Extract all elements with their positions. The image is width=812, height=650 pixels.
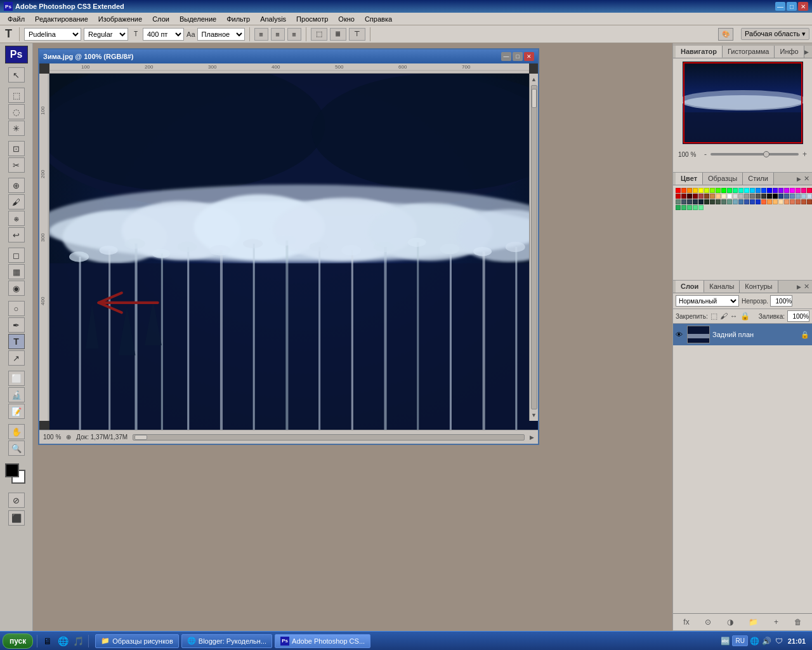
font-style-select[interactable]: Regular [84,28,128,41]
color-swatch[interactable] [761,188,766,193]
brush-tool[interactable]: 🖌 [8,194,25,209]
menu-help[interactable]: Справка [360,14,397,24]
close-button[interactable]: ✕ [798,2,808,11]
color-swatch[interactable] [687,205,692,210]
color-swatch[interactable] [676,199,681,204]
color-swatch[interactable] [693,205,698,210]
color-swatch[interactable] [704,199,709,204]
tray-volume-icon[interactable]: 🔊 [762,636,772,646]
color-swatch[interactable] [704,194,709,199]
tab-histogram[interactable]: Гистограмма [723,46,775,58]
language-button[interactable]: RU [732,635,747,646]
menu-edit[interactable]: Редактирование [30,14,93,24]
tray-network-icon[interactable]: 🌐 [750,636,760,646]
menu-window[interactable]: Окно [333,14,360,24]
tab-info[interactable]: Инфо [775,46,804,58]
slice-tool[interactable]: ✂ [8,157,25,173]
align-center-button[interactable]: ≡ [271,28,285,41]
h-scroll-track[interactable] [133,434,525,441]
minimize-button[interactable]: — [775,2,785,11]
color-swatch[interactable] [716,194,721,199]
color-swatch[interactable] [790,199,795,204]
color-swatch[interactable] [681,205,686,210]
menu-analysis[interactable]: Analysis [255,14,291,24]
zoom-tool[interactable]: 🔍 [8,441,25,456]
quick-select-tool[interactable]: ✳ [8,121,25,136]
color-swatch[interactable] [681,188,686,193]
color-swatch[interactable] [727,199,732,204]
color-swatch[interactable] [710,194,715,199]
foreground-color-swatch[interactable] [5,463,19,477]
lasso-tool[interactable]: ◌ [8,104,25,119]
dodge-tool[interactable]: ○ [8,301,25,316]
color-swatch[interactable] [676,205,681,210]
color-swatch[interactable] [790,194,795,199]
tab-color[interactable]: Цвет [676,173,703,185]
menu-image[interactable]: Изображение [93,14,147,24]
color-swatch[interactable] [693,188,698,193]
path-select-tool[interactable]: ↗ [8,350,25,366]
task-photoshop[interactable]: Ps Adobe Photoshop CS... [275,634,370,648]
zoom-thumb[interactable] [763,151,769,157]
color-swatch[interactable] [801,199,806,204]
layer-mask-button[interactable]: ⊙ [702,616,714,628]
color-swatch[interactable] [698,205,704,210]
color-swatch[interactable] [767,194,772,199]
color-swatch[interactable] [710,199,715,204]
show-desktop-icon[interactable]: 🖥 [41,635,54,647]
color-swatch[interactable] [767,188,772,193]
menu-select[interactable]: Выделение [174,14,221,24]
color-swatch[interactable] [698,188,704,193]
color-swatch[interactable] [761,194,766,199]
quick-mask-button[interactable]: ⊘ [8,493,25,508]
layer-new-button[interactable]: + [771,616,781,628]
color-swatch[interactable] [733,194,738,199]
task-samples[interactable]: 📁 Образцы рисунков [95,634,179,648]
color-swatch[interactable] [750,194,755,199]
color-swatch[interactable] [716,188,721,193]
start-button[interactable]: пуск [3,633,33,649]
tab-navigator[interactable]: Навигатор [676,46,723,58]
tab-layers[interactable]: Слои [676,281,704,293]
color-swatch[interactable] [687,194,692,199]
color-swatch[interactable] [733,188,738,193]
layer-adjustment-button[interactable]: ◑ [724,616,736,628]
color-swatch[interactable] [750,199,755,204]
tab-paths[interactable]: Контуры [740,281,778,293]
layer-visibility-icon[interactable]: 👁 [676,331,684,338]
eyedropper-tool[interactable]: 🔬 [8,387,25,402]
color-swatch[interactable] [796,199,801,204]
color-swatch[interactable] [761,199,766,204]
stamp-tool[interactable]: ⎈ [8,211,25,226]
color-swatch[interactable] [744,188,749,193]
menu-file[interactable]: Файл [3,14,30,24]
color-swatch[interactable] [676,188,681,193]
layer-item-background[interactable]: 👁 Задний план 🔒 [673,324,812,345]
task-blogger[interactable]: 🌐 Blogger: Рукодельн... [181,634,272,648]
eraser-tool[interactable]: ◻ [8,248,25,263]
color-swatch[interactable] [687,188,692,193]
color-swatch[interactable] [773,194,778,199]
color-swatch[interactable] [773,188,778,193]
color-swatch[interactable] [733,199,738,204]
color-swatch[interactable] [681,194,686,199]
workspace-button[interactable]: Рабочая область ▾ [741,28,809,40]
layer-styles-button[interactable]: fx [681,616,691,628]
color-swatch[interactable] [687,199,692,204]
color-swatch[interactable] [721,199,726,204]
align-right-button[interactable]: ≡ [287,28,301,41]
v-scroll-track[interactable] [531,85,537,409]
h-scroll-right-arrow[interactable]: ▶ [530,434,534,441]
tray-security-icon[interactable]: 🛡 [774,636,784,646]
opacity-input[interactable]: 100% [770,295,792,307]
color-swatch[interactable] [796,188,801,193]
fill-input[interactable]: 100% [787,310,809,322]
zoom-plus-icon[interactable]: + [802,150,807,159]
h-scroll-thumb[interactable] [134,435,147,440]
text-options-button[interactable]: ≣ [330,28,346,41]
color-swatch[interactable] [784,194,789,199]
layer-delete-button[interactable]: 🗑 [792,616,804,628]
hand-tool[interactable]: ✋ [8,424,25,439]
menu-layers[interactable]: Слои [147,14,174,24]
screen-mode-button[interactable]: ⬛ [8,510,25,526]
